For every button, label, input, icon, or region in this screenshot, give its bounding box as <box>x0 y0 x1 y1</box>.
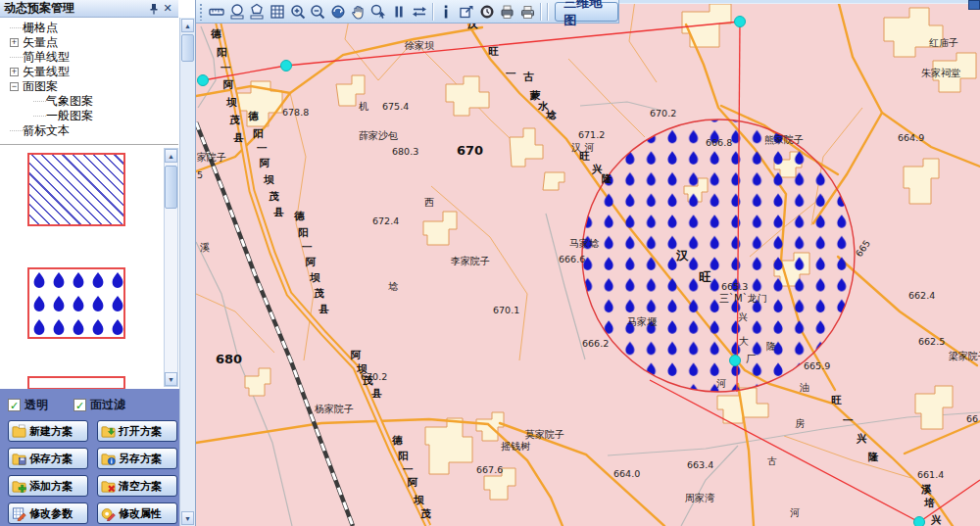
printer-icon[interactable] <box>517 2 538 22</box>
checkbox-face-filter[interactable]: ✓面过滤 <box>74 397 125 413</box>
map-label: 莫家院子 <box>524 429 564 440</box>
open-plan-button[interactable]: 打开方案 <box>97 420 177 442</box>
measure-length-icon[interactable] <box>207 2 227 22</box>
scroll-up-icon[interactable]: ▲ <box>165 149 177 163</box>
scrollbar-thumb[interactable] <box>181 34 194 62</box>
toolbar-separator <box>540 3 541 21</box>
rain-region-circle[interactable] <box>582 120 855 392</box>
map-label: 666.6 <box>559 254 585 264</box>
tree-item[interactable]: 气象图案 <box>0 94 178 109</box>
map-label: 旺 <box>488 45 499 57</box>
scroll-down-icon[interactable]: ▼ <box>181 511 194 525</box>
tree-item[interactable]: 一般图案 <box>0 109 178 123</box>
map-label: 茂 <box>314 287 324 299</box>
map-label: 茂 <box>420 507 431 519</box>
map-label: 隆 <box>868 451 879 462</box>
pattern-swatch-partial[interactable] <box>27 376 125 390</box>
map-label: 坝 <box>309 271 320 283</box>
print-preview-icon[interactable] <box>497 2 517 22</box>
toolbar-grip[interactable] <box>199 3 204 21</box>
tree-item[interactable]: 箭标文本 <box>0 123 178 138</box>
scroll-down-icon[interactable]: ▼ <box>165 372 177 386</box>
pin-icon[interactable] <box>147 2 161 16</box>
tree-item[interactable]: +矢量点 <box>0 35 178 50</box>
checkbox-box[interactable]: ✓ <box>8 399 21 411</box>
map-label: 兴 <box>930 513 942 526</box>
gis-application-window: 678.8675.4680.3672.4670.2671.2666.8665.3… <box>0 0 980 526</box>
selection-handle[interactable] <box>914 517 925 526</box>
map-label: 古 <box>767 455 777 466</box>
add-plan-button[interactable]: 添加方案 <box>8 475 88 497</box>
measure-circle-icon[interactable] <box>226 2 247 22</box>
plan-button-label: 清空方案 <box>119 479 162 494</box>
map-label: 溪 <box>200 242 210 253</box>
map-label: 阳 <box>253 127 264 139</box>
map-label: 徐家坝 <box>404 40 434 51</box>
basemap-svg: 678.8675.4680.3672.4670.2671.2666.8665.3… <box>196 0 980 526</box>
checkbox-transparent[interactable]: ✓透明 <box>8 397 48 413</box>
export-icon[interactable] <box>457 2 477 22</box>
save-plan-icon <box>12 452 26 466</box>
map-corner-button[interactable] <box>968 0 980 10</box>
pan-hand-icon[interactable] <box>348 2 368 22</box>
map-label: 阳 <box>217 46 227 58</box>
map-label: 阿 <box>260 157 270 168</box>
edit-props-button[interactable]: 修改属性 <box>97 502 177 524</box>
pattern-swatch-hatch[interactable] <box>27 153 125 226</box>
map-label: 阿 <box>351 349 362 360</box>
zoom-out-icon[interactable] <box>308 2 328 22</box>
sidebar-scrollbar[interactable]: ▲ ▼ <box>179 18 195 526</box>
map-label: 旺 <box>579 150 590 162</box>
map-3d-button[interactable]: 三维地图 <box>555 2 618 22</box>
zoom-select-icon[interactable] <box>368 2 389 22</box>
collapse-icon[interactable]: − <box>10 82 19 91</box>
tree-item[interactable]: 简单线型 <box>0 50 178 65</box>
map-label: 红庙子 <box>929 37 958 48</box>
map-label: 兴 <box>738 311 748 322</box>
checkbox-box[interactable]: ✓ <box>74 399 86 411</box>
tree-item[interactable]: +矢量线型 <box>0 65 178 79</box>
map-label: 666.8 <box>706 137 732 148</box>
selection-handle[interactable] <box>735 17 746 27</box>
scrollbar-thumb[interactable] <box>165 166 177 209</box>
clear-plan-button[interactable]: 清空方案 <box>97 475 177 497</box>
plan-buttons-grid: 新建方案打开方案保存方案另存方案添加方案清空方案修改参数修改属性 <box>8 420 179 524</box>
grid-icon[interactable] <box>268 2 288 22</box>
map-label: 埝 <box>388 281 399 292</box>
map-label: 旺 <box>699 269 711 284</box>
measure-polygon-icon[interactable] <box>247 2 268 22</box>
map-label: 680.3 <box>392 146 418 157</box>
map-label: 阳 <box>298 226 309 238</box>
tree-item[interactable]: 栅格点 <box>0 21 178 35</box>
pattern-swatch-raindrops[interactable] <box>27 267 125 339</box>
map-viewport[interactable]: 678.8675.4680.3672.4670.2671.2666.8665.3… <box>196 0 980 526</box>
scroll-up-icon[interactable]: ▲ <box>181 19 194 32</box>
selection-handle[interactable] <box>730 356 741 366</box>
info-icon[interactable] <box>436 2 457 22</box>
selection-handle[interactable] <box>281 61 292 72</box>
selection-handle[interactable] <box>198 75 209 86</box>
map-label: 熊家院子 <box>764 134 804 145</box>
zoom-in-icon[interactable] <box>287 2 308 22</box>
pause-icon[interactable] <box>389 2 410 22</box>
map-label: 县 <box>273 206 284 217</box>
edit-params-button[interactable]: 修改参数 <box>8 502 88 524</box>
map-label: 661.4 <box>917 469 944 480</box>
swap-arrows-icon[interactable] <box>409 2 429 22</box>
pattern-list-scrollbar[interactable]: ▲ ▼ <box>164 148 178 387</box>
expand-icon[interactable]: + <box>10 68 19 76</box>
map-label: 溪 <box>920 483 932 495</box>
clock-icon[interactable] <box>476 2 497 22</box>
globe-back-icon[interactable] <box>328 2 349 22</box>
map-label: 672.4 <box>372 215 399 226</box>
expand-icon[interactable]: + <box>10 38 19 47</box>
save-plan-button[interactable]: 保存方案 <box>8 448 88 469</box>
map-label: 茂 <box>229 114 240 125</box>
map-label: 摇钱树 <box>501 441 530 452</box>
new-plan-button[interactable]: 新建方案 <box>8 420 88 442</box>
saveas-plan-button[interactable]: 另存方案 <box>97 448 177 469</box>
tree-item[interactable]: −面图案 <box>0 79 178 94</box>
map-label: 664.9 <box>898 132 924 143</box>
map-toolbar: 三维地图 <box>196 0 619 24</box>
close-icon[interactable]: ✕ <box>161 2 174 16</box>
